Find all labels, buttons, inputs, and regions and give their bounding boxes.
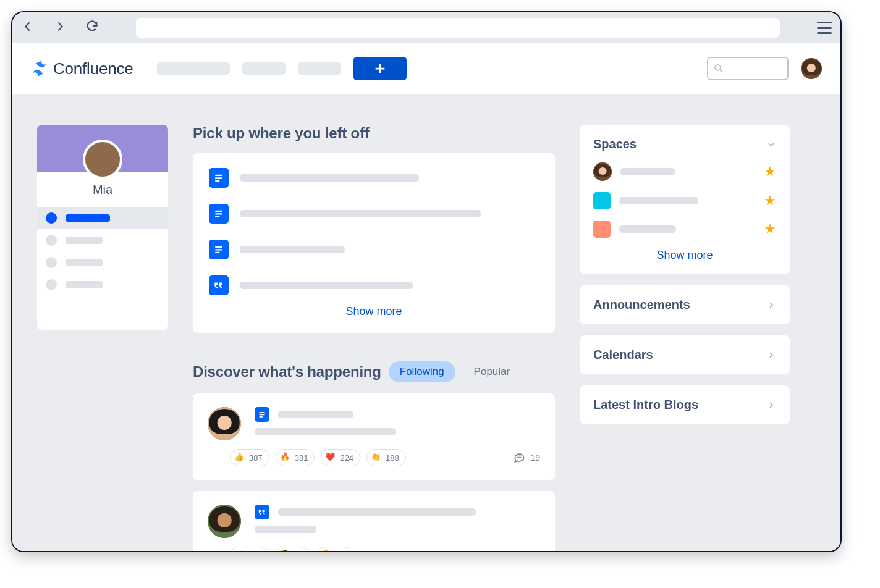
chevron-right-icon	[766, 350, 776, 360]
reaction-fire[interactable]: 🔥381	[276, 449, 315, 466]
space-item[interactable]: ★	[593, 192, 776, 209]
reaction-clap[interactable]: 👏188	[366, 449, 406, 466]
post-author-avatar[interactable]	[208, 407, 241, 440]
content-area: Mia Pick up where you left off	[12, 95, 840, 551]
page-icon	[209, 168, 229, 188]
latest-blogs-panel[interactable]: Latest Intro Blogs	[580, 385, 790, 424]
url-bar[interactable]	[136, 18, 780, 38]
calendars-panel[interactable]: Calendars	[580, 335, 790, 374]
reload-button[interactable]	[85, 20, 99, 36]
app-window: Confluence Mia	[12, 12, 840, 551]
sidebar-item[interactable]	[37, 274, 168, 296]
forward-button[interactable]	[53, 20, 67, 36]
reaction-thumbs-up[interactable]: 👍387	[230, 449, 269, 466]
chevron-down-icon[interactable]	[766, 140, 776, 149]
search-input[interactable]	[707, 57, 789, 80]
comments-count[interactable]: 19	[513, 452, 540, 464]
right-column: Spaces ★ ★ ★ Show more	[580, 125, 790, 551]
nav-item[interactable]	[298, 62, 341, 75]
sidebar-nav	[37, 207, 168, 296]
spaces-panel: Spaces ★ ★ ★ Show more	[580, 125, 790, 274]
star-icon[interactable]: ★	[764, 221, 776, 237]
space-avatar	[593, 220, 611, 238]
reaction-clap[interactable]: 👏110	[230, 547, 269, 551]
product-logo[interactable]: Confluence	[31, 59, 133, 78]
search-icon	[713, 63, 724, 74]
svg-rect-10	[259, 412, 264, 413]
post-author-avatar[interactable]	[208, 505, 241, 538]
reaction-raising-hand[interactable]: 🙋26	[276, 547, 310, 551]
reaction-laugh[interactable]: 😄14	[316, 547, 351, 551]
top-nav: Confluence	[12, 43, 840, 95]
space-item[interactable]: ★	[593, 162, 776, 181]
browser-menu-button[interactable]	[817, 22, 832, 34]
svg-rect-6	[215, 216, 220, 217]
spaces-show-more[interactable]: Show more	[593, 249, 776, 262]
tab-popular[interactable]: Popular	[463, 361, 522, 382]
reaction-heart[interactable]: ❤️224	[321, 449, 360, 466]
discover-section-title: Discover what's happening	[193, 363, 381, 380]
comment-icon	[513, 549, 525, 551]
space-avatar	[593, 162, 612, 181]
sidebar-item-active[interactable]	[37, 207, 168, 229]
main-column: Pick up where you left off	[193, 125, 555, 551]
sidebar-item[interactable]	[37, 229, 168, 251]
star-icon[interactable]: ★	[764, 164, 776, 180]
product-name: Confluence	[53, 59, 133, 78]
spaces-title: Spaces	[593, 137, 637, 151]
recent-item[interactable]	[209, 204, 539, 224]
svg-point-0	[715, 65, 721, 70]
svg-rect-2	[215, 177, 222, 178]
recent-item[interactable]	[209, 168, 539, 188]
nav-item[interactable]	[242, 62, 286, 75]
tab-following[interactable]: Following	[389, 361, 455, 382]
recent-item[interactable]	[209, 275, 539, 295]
svg-rect-11	[259, 414, 264, 415]
star-icon[interactable]: ★	[764, 193, 776, 209]
profile-sidebar: Mia	[37, 125, 168, 330]
profile-name: Mia	[37, 183, 168, 197]
svg-rect-12	[259, 416, 263, 418]
svg-rect-7	[215, 246, 222, 248]
comments-count[interactable]: 45	[513, 549, 540, 551]
recent-section-title: Pick up where you left off	[193, 125, 555, 142]
announcements-panel[interactable]: Announcements	[580, 285, 790, 324]
blog-icon	[209, 275, 229, 295]
svg-rect-3	[215, 180, 220, 182]
svg-rect-9	[215, 252, 220, 253]
nav-item[interactable]	[157, 62, 230, 75]
feed-post: 👍387 🔥381 ❤️224 👏188 19	[193, 393, 555, 480]
svg-rect-8	[215, 249, 222, 250]
svg-rect-4	[215, 211, 222, 212]
space-item[interactable]: ★	[593, 220, 776, 238]
chevron-right-icon	[766, 300, 776, 310]
chevron-right-icon	[766, 400, 776, 410]
feed-post: 👏110 🙋26 😄14 45	[193, 491, 555, 551]
user-avatar[interactable]	[801, 58, 822, 79]
profile-avatar[interactable]	[83, 140, 122, 179]
svg-rect-1	[215, 175, 222, 176]
recent-item[interactable]	[209, 240, 539, 259]
browser-chrome	[12, 12, 840, 43]
create-button[interactable]	[353, 57, 407, 80]
back-button[interactable]	[21, 20, 35, 36]
sidebar-item[interactable]	[37, 251, 168, 274]
comment-icon	[513, 452, 525, 464]
blog-icon	[255, 505, 269, 519]
space-avatar	[593, 192, 611, 209]
recent-show-more[interactable]: Show more	[209, 303, 539, 318]
svg-rect-5	[215, 213, 222, 214]
profile-banner	[37, 125, 168, 172]
recent-card: Show more	[193, 153, 555, 333]
page-icon	[209, 204, 229, 224]
page-icon	[209, 240, 229, 259]
page-icon	[255, 407, 269, 422]
